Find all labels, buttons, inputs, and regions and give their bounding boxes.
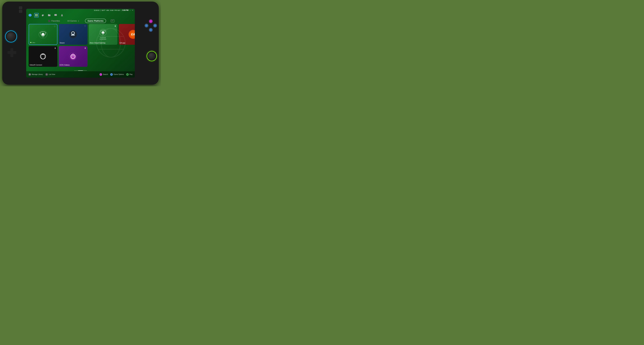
y-button: Y: [100, 73, 102, 76]
status-fps: FPS N/A: [114, 10, 120, 11]
bottom-left-actions: ⊡ Manage Library ≡ List View: [28, 73, 55, 76]
dpad[interactable]: [8, 48, 16, 57]
scroll-indicator: [74, 70, 87, 71]
steam-heart-icon: ♡: [84, 25, 86, 27]
svg-rect-7: [37, 16, 38, 16]
x-button: X: [110, 73, 113, 76]
screen: 20:00:51 | BATT 49% 8.6W FPS N/A | 8:00 …: [26, 9, 135, 78]
list-view-icon: ≡: [45, 73, 48, 76]
svg-point-0: [96, 29, 125, 57]
manage-library-btn[interactable]: ⊡ Manage Library: [28, 73, 43, 76]
left-joystick[interactable]: [6, 31, 16, 42]
nav-user-icon[interactable]: [60, 13, 64, 18]
xbox-logo-svg: [38, 30, 48, 39]
search-btn[interactable]: Y Search: [100, 73, 108, 76]
svg-rect-6: [35, 16, 36, 16]
svg-point-11: [42, 33, 44, 36]
xbox-small-badge: [30, 42, 32, 44]
tab-favorites[interactable]: ⬛ Favorites: [47, 19, 61, 23]
nav-library-icon[interactable]: [34, 13, 39, 18]
gog-label: GOG Galaxy: [60, 64, 70, 66]
game-card-xbox[interactable]: ♡ Xbox: [28, 24, 57, 45]
svg-rect-8: [54, 14, 57, 16]
play-btn[interactable]: A Play: [126, 73, 132, 76]
status-separator: |: [100, 10, 101, 11]
status-divider: |: [121, 10, 122, 11]
tab-nav: ⬛ Favorites All Games 2 Game Platforms R…: [26, 19, 135, 23]
y-face-button[interactable]: [149, 19, 153, 23]
svg-rect-4: [35, 14, 36, 15]
app-logo-icon[interactable]: [28, 13, 32, 18]
abxy-buttons: [144, 19, 157, 32]
status-batt-percent: 49%: [106, 10, 109, 11]
screen-wrapper: 20:00:51 | BATT 49% 8.6W FPS N/A | 8:00 …: [26, 9, 135, 78]
status-time: 20:00:51: [94, 10, 100, 11]
left-controller: [2, 5, 23, 82]
close-btn[interactable]: ✕: [132, 10, 133, 11]
svg-point-9: [62, 14, 62, 15]
tab-game-platforms[interactable]: Game Platforms: [85, 19, 106, 23]
xbox-label: Xbox: [30, 42, 35, 44]
gog-logo-svg: [68, 52, 78, 61]
right-joystick[interactable]: [147, 52, 156, 61]
game-card-gog[interactable]: ⬇ GOG Galaxy: [58, 46, 87, 67]
ubisoft-download-icon: ⬇: [54, 47, 56, 49]
bottom-right-actions: Y Search X Game Options A Play: [100, 73, 132, 76]
tab-all-games[interactable]: All Games 2: [66, 19, 80, 23]
status-power: 8.6W: [110, 10, 114, 11]
svg-rect-5: [37, 14, 38, 15]
steam-logo-svg: [68, 30, 78, 39]
ubisoft-logo-svg: [39, 53, 47, 60]
game-card-ubisoft[interactable]: ⬇ Ubisoft Connect: [28, 46, 57, 67]
scroll-thumb: [78, 70, 83, 71]
svg-point-1: [101, 29, 120, 57]
status-batt-label: BATT: [102, 10, 105, 11]
ea-logo: EA: [128, 30, 135, 39]
xbox-heart-icon: ♡: [54, 25, 56, 28]
status-bar: 20:00:51 | BATT 49% 8.6W FPS N/A | 8:00 …: [92, 9, 135, 12]
ubisoft-label: Ubisoft Connect: [30, 64, 42, 66]
x-face-button[interactable]: [144, 24, 148, 28]
a-button: A: [126, 73, 129, 76]
list-view-btn[interactable]: ≡ List View: [45, 73, 55, 76]
gog-download-icon: ⬇: [84, 47, 86, 49]
svg-point-17: [71, 35, 72, 36]
top-nav: [26, 12, 135, 18]
a-face-button[interactable]: [149, 28, 153, 32]
rt-button[interactable]: RT: [111, 20, 114, 22]
nav-settings-icon[interactable]: [40, 13, 45, 18]
b-face-button[interactable]: [153, 24, 157, 28]
minimize-btn[interactable]: —: [130, 10, 131, 11]
svg-point-21: [42, 54, 44, 55]
dpad-vertical: [10, 48, 13, 57]
game-options-btn[interactable]: X Game Options: [110, 73, 124, 76]
right-controller: [138, 5, 159, 82]
nav-play-icon[interactable]: [53, 13, 58, 18]
game-card-steam[interactable]: ♡ Steam: [58, 24, 87, 45]
bottom-bar: ⊡ Manage Library ≡ List View Y Search X: [26, 71, 135, 78]
bg-xbox-ghost: [95, 27, 127, 60]
manage-library-icon: ⊡: [28, 73, 31, 76]
status-clock: 8:00 PM: [122, 10, 128, 11]
handheld-device: 20:00:51 | BATT 49% 8.6W FPS N/A | 8:00 …: [2, 2, 159, 85]
nav-folder-icon[interactable]: [47, 13, 52, 18]
steam-label: Steam: [60, 42, 65, 44]
svg-point-13: [30, 42, 31, 43]
